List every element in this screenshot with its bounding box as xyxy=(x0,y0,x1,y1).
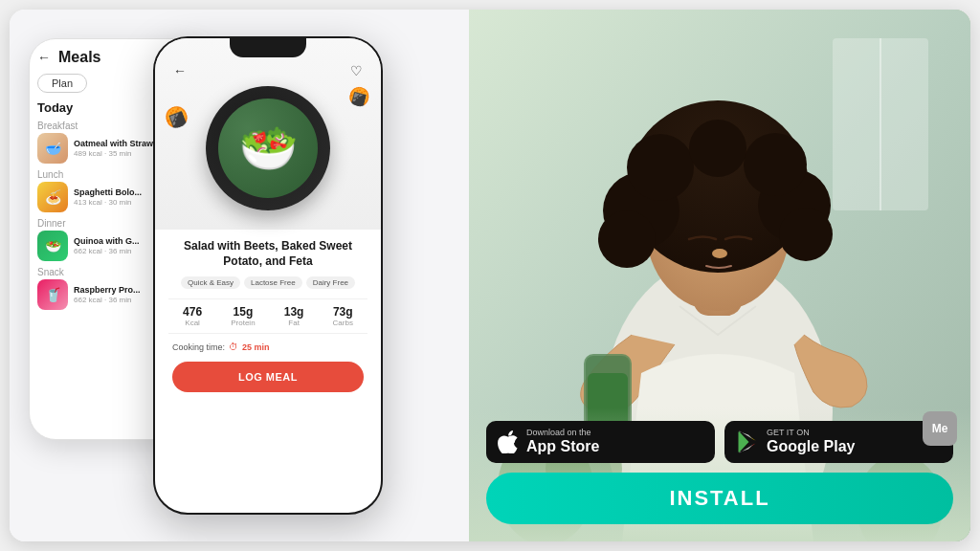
svg-point-7 xyxy=(627,134,694,201)
app-store-name: App Store xyxy=(526,437,599,455)
recipe-title: Salad with Beets, Baked Sweet Potato, an… xyxy=(168,239,368,269)
store-buttons-row: Download on the App Store xyxy=(486,421,953,463)
carbs-value: 73g xyxy=(333,305,353,319)
cooking-time-row: Cooking time: ⏱ 25 min xyxy=(168,342,368,352)
google-play-icon xyxy=(736,430,759,453)
meal-thumb-oatmeal: 🥣 xyxy=(37,133,68,164)
left-side: ← Meals Plan Today Breakfast 🥣 Oatmeal w… xyxy=(10,10,469,541)
protein-value: 15g xyxy=(231,305,255,319)
install-button[interactable]: INSTALL xyxy=(486,473,953,524)
cooking-time-label: Cooking time: xyxy=(172,342,225,352)
fat-value: 13g xyxy=(284,305,304,319)
me-badge: Me xyxy=(923,411,957,446)
app-store-button[interactable]: Download on the App Store xyxy=(486,421,715,463)
recipe-heart-button[interactable]: ♡ xyxy=(345,59,368,82)
nutrition-protein: 15g Protein xyxy=(231,305,255,327)
app-store-sub: Download on the xyxy=(526,429,599,437)
cooking-time-value: 25 min xyxy=(242,342,270,352)
plan-button[interactable]: Plan xyxy=(37,74,87,93)
nutrition-kcal: 476 Kcal xyxy=(183,305,202,327)
clock-icon: ⏱ xyxy=(229,342,238,352)
fat-label: Fat xyxy=(284,319,304,327)
kcal-value: 476 xyxy=(183,305,202,319)
google-play-name: Google Play xyxy=(767,437,855,455)
phone-notch xyxy=(230,38,306,57)
meals-title: Meals xyxy=(58,49,100,66)
log-meal-button[interactable]: LOG MEAL xyxy=(172,362,364,392)
meal-thumb-raspberry: 🥤 xyxy=(37,279,68,310)
tag-lactose-free: Lactose Free xyxy=(244,276,302,289)
recipe-back-button[interactable]: ← xyxy=(168,59,191,82)
cracker-right-icon: 🍘 xyxy=(346,84,372,110)
meal-thumb-quinoa: 🥗 xyxy=(37,231,68,261)
kcal-label: Kcal xyxy=(183,319,202,327)
cta-overlay: Download on the App Store xyxy=(469,408,970,541)
svg-point-8 xyxy=(689,120,746,177)
apple-icon xyxy=(498,430,519,453)
main-container: ← Meals Plan Today Breakfast 🥣 Oatmeal w… xyxy=(10,10,970,541)
google-play-sub: GET IT ON xyxy=(767,429,855,437)
phone-foreground: ← ♡ 🍘 🍘 Salad with Beets, Baked Sweet Po… xyxy=(153,36,383,515)
svg-point-12 xyxy=(712,249,727,258)
recipe-image-area: ← ♡ 🍘 🍘 xyxy=(155,38,381,230)
tag-quick-easy: Quick & Easy xyxy=(181,276,240,289)
back-arrow-icon[interactable]: ← xyxy=(37,50,51,65)
nutrition-fat: 13g Fat xyxy=(284,305,304,327)
nutrition-row: 476 Kcal 15g Protein 13g Fat 73g xyxy=(168,298,368,334)
svg-point-11 xyxy=(779,208,833,261)
protein-label: Protein xyxy=(231,319,255,327)
cracker-left-icon: 🍘 xyxy=(162,101,192,131)
carbs-label: Carbs xyxy=(333,319,353,327)
tag-dairy-free: Dairy Free xyxy=(306,276,355,289)
svg-point-10 xyxy=(598,210,656,268)
nutrition-carbs: 73g Carbs xyxy=(333,305,353,327)
meal-thumb-spaghetti: 🍝 xyxy=(37,182,68,212)
salad-bowl-image xyxy=(206,86,330,210)
google-play-button[interactable]: GET IT ON Google Play xyxy=(724,421,953,463)
recipe-top-bar: ← ♡ xyxy=(155,59,381,82)
recipe-tags: Quick & Easy Lactose Free Dairy Free xyxy=(168,276,368,289)
recipe-details: Salad with Beets, Baked Sweet Potato, an… xyxy=(155,230,381,402)
svg-point-9 xyxy=(744,133,807,196)
right-side: Download on the App Store xyxy=(469,10,970,541)
